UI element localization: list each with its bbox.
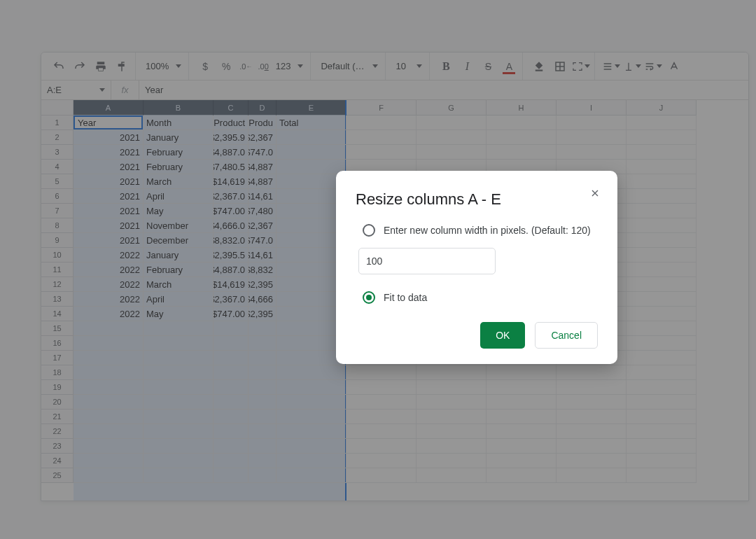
option-enter-width-label: Enter new column width in pixels. (Defau… bbox=[384, 225, 591, 236]
option-fit-to-data-label: Fit to data bbox=[384, 292, 427, 303]
option-fit-to-data[interactable]: Fit to data bbox=[363, 291, 598, 304]
option-enter-width[interactable]: Enter new column width in pixels. (Defau… bbox=[363, 224, 598, 237]
column-width-input[interactable] bbox=[358, 248, 496, 274]
radio-checked-icon bbox=[363, 291, 375, 304]
ok-button[interactable]: OK bbox=[480, 322, 525, 349]
dialog-title: Resize columns A - E bbox=[356, 190, 598, 209]
dialog-actions: OK Cancel bbox=[356, 322, 598, 349]
dialog-close-button[interactable] bbox=[585, 183, 605, 203]
resize-columns-dialog: Resize columns A - E Enter new column wi… bbox=[336, 171, 617, 364]
cancel-button[interactable]: Cancel bbox=[535, 322, 598, 349]
radio-unchecked-icon bbox=[363, 224, 375, 237]
